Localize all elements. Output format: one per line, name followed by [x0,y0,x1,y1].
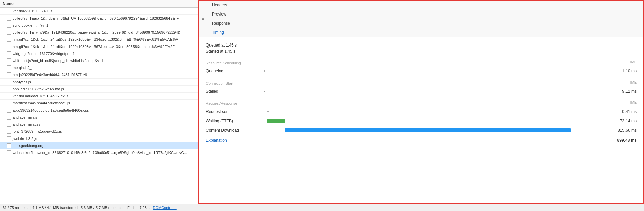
section-label-resource-scheduling: Resource Scheduling [206,61,241,65]
file-list-item[interactable]: collect?v=1&_v=j79&a=1919438220&t=pagevi… [0,29,198,36]
timing-row-value: 73.14 ms [610,119,637,123]
tab-close-button[interactable]: × [200,16,206,22]
timing-row-value: 0.41 ms [610,109,637,114]
tab-preview[interactable]: Preview [207,10,235,19]
timing-content: Queued at 1.45 s Started at 1.45 s Resou… [199,37,643,203]
timing-row-request-sent: Request sent0.41 ms [206,108,637,115]
timing-row-label: Request sent [206,109,253,114]
file-list-item[interactable]: app.39632140dd6cf68f1a0cea8e6e4f460e.css [0,107,198,114]
tab-headers[interactable]: Headers [207,1,235,10]
file-list-item[interactable]: app.770905072fb262e4b0aa.js [0,86,198,93]
timing-row-label: Stalled [206,89,253,94]
total-row: Explanation 899.43 ms [206,137,637,143]
timing-bar-dot [267,111,269,112]
timing-info: Queued at 1.45 s Started at 1.45 s [206,43,637,54]
timing-bar-area [257,128,606,133]
queued-at-label: Queued at 1.45 s [206,43,637,48]
file-list-item[interactable]: font_372689_nw1guejwd2q.js [0,128,198,135]
file-list-item[interactable]: whiteList.js?ent_id=null&jsonp_cb=whiteL… [0,57,198,64]
file-list-item[interactable]: jweixin-1.3.2.js [0,135,198,142]
file-list-item[interactable]: analytics.js [0,79,198,86]
time-column-header-request-response: TIME [628,100,637,104]
timing-row-label: Queueing [206,69,253,73]
tab-timing[interactable]: Timing [207,28,235,37]
file-list-item[interactable]: time.geekbang.org [0,142,198,149]
file-list-item[interactable]: hm.gif?cc=1&ck=1&cl=24-bit&ds=1920x1080&… [0,43,198,50]
time-column-header-connection-start: TIME [628,80,637,84]
file-list: vendor-v2019.09.24.1.jscollect?v=1&aip=1… [0,8,198,204]
file-list-item[interactable]: meiqia.js?_=t [0,64,198,71]
timing-row-value: 815.66 ms [610,128,637,133]
started-at-label: Started at 1.45 s [206,49,637,54]
file-list-item[interactable]: aliplayer-min.css [0,121,198,128]
timing-bar-dot [264,70,265,72]
explanation-link[interactable]: Explanation [206,138,227,143]
status-bar: 61 / 75 requests | 4.1 MB / 4.1 MB trans… [0,204,644,211]
timing-row-value: 1.10 ms [610,69,637,73]
timing-bar-green [267,119,285,123]
tab-response[interactable]: Response [207,19,235,28]
file-list-item[interactable]: vendor-v2019.09.24.1.js [0,8,198,15]
tabs-bar: × HeadersPreviewResponseTiming [199,1,643,37]
timing-row-queueing: Queueing1.10 ms [206,68,637,74]
file-list-item[interactable]: collect?v=1&aip=1&t=dc&_r=3&tid=UA-10308… [0,15,198,22]
dom-content-link[interactable]: DOMConten... [153,206,176,210]
timing-bar-blue [285,128,571,132]
tabs-container: HeadersPreviewResponseTiming [207,1,235,37]
file-list-item[interactable]: sync-cookie.html?v=1 [0,22,198,29]
total-value: 899.43 ms [617,138,637,143]
timing-row-label: Waiting (TTFB) [206,119,253,123]
name-column-header: Name [0,0,198,8]
status-text: 61 / 75 requests | 4.1 MB / 4.1 MB trans… [3,206,151,210]
file-list-item[interactable]: hm.gif?cc=1&ck=1&cl=24-bit&ds=1920x1080&… [0,36,198,43]
left-panel: Name vendor-v2019.09.24.1.jscollect?v=1&… [0,0,198,204]
timing-row-waiting--ttfb-: Waiting (TTFB)73.14 ms [206,118,637,124]
timing-row-content-download: Content Download815.66 ms [206,127,637,134]
file-list-item[interactable]: manifest.e4457c44f4730c8fcaa5.js [0,100,198,107]
file-list-item[interactable]: hm.js?022f847c4e3acd44d4a2481d9187f1e6 [0,71,198,79]
file-list-item[interactable]: websocket?browser_id=3668271010145e3f6e2… [0,149,198,156]
time-column-header-resource-scheduling: TIME [628,60,637,64]
timing-bar-dot [264,91,265,92]
file-list-item[interactable]: widget.js?entId=161770&widgetpro=1 [0,50,198,57]
section-label-request-response: Request/Response [206,101,237,106]
file-list-item[interactable]: aliplayer-min.js [0,114,198,121]
right-panel: × HeadersPreviewResponseTiming Queued at… [198,0,644,204]
timing-sections: Resource SchedulingTIMEQueueing1.10 msCo… [206,58,637,134]
timing-bar-area [257,69,606,73]
file-list-item[interactable]: vendor.aa0daa078f9134c361c2.js [0,93,198,100]
timing-row-value: 9.12 ms [610,89,637,94]
timing-bar-area [257,109,606,114]
section-label-connection-start: Connection Start [206,81,233,85]
timing-bar-area [257,89,606,94]
timing-bar-area [257,119,606,123]
timing-row-label: Content Download [206,128,253,133]
timing-row-stalled: Stalled9.12 ms [206,88,637,95]
